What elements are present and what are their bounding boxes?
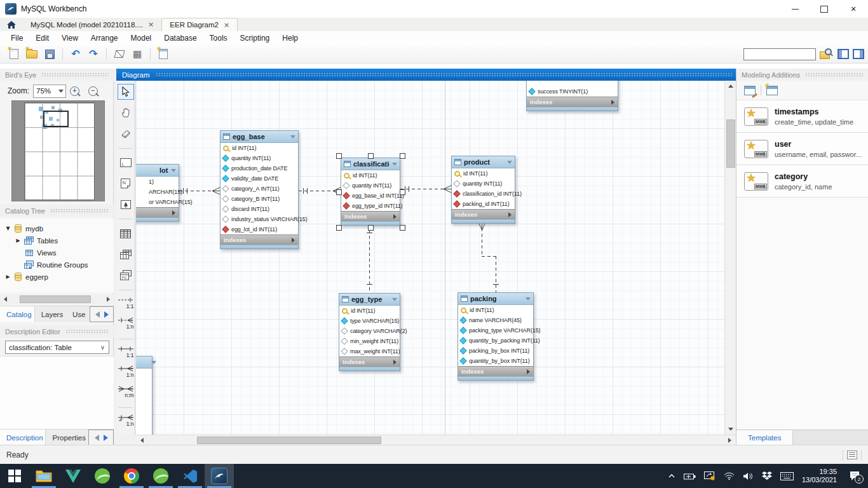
horizontal-scrollbar[interactable] xyxy=(136,435,736,445)
table-column[interactable]: packing_type VARCHAR(15) xyxy=(458,325,533,336)
close-button[interactable]: ✕ xyxy=(839,0,868,18)
tab-scroll-arrows[interactable] xyxy=(90,306,114,322)
menu-scripting[interactable]: Scripting xyxy=(234,32,276,44)
search-input[interactable] xyxy=(743,48,816,60)
template-item-timestamps[interactable]: ★MWBtimestampscreate_time, update_time xyxy=(736,100,868,133)
close-tab-icon[interactable]: × xyxy=(224,21,229,29)
diagram-table-packing[interactable]: packingid INT(11)name VARCHAR(45)packing… xyxy=(458,292,534,381)
toggle-right-panel-icon[interactable] xyxy=(853,49,864,59)
indexes-section[interactable]: Indexes xyxy=(527,97,618,107)
table-column[interactable] xyxy=(527,81,618,86)
notification-center-icon[interactable]: 2 xyxy=(849,471,860,481)
table-column[interactable]: industry_status VARCHAR(15) xyxy=(220,214,298,224)
new-diagram-icon[interactable]: ✶ xyxy=(156,48,171,60)
tree-item-views[interactable]: Views xyxy=(0,247,114,259)
grid-icon[interactable]: ▦ xyxy=(130,48,145,60)
new-model-icon[interactable]: ✶ xyxy=(6,48,22,60)
expand-indexes-icon[interactable] xyxy=(292,238,295,243)
menu-database[interactable]: Database xyxy=(158,32,202,44)
menu-arrange[interactable]: Arrange xyxy=(85,32,124,44)
layer-tool[interactable]: L xyxy=(118,155,134,171)
search-folder-icon[interactable] xyxy=(820,48,834,60)
table-header[interactable]: packing xyxy=(458,293,533,305)
tab-layers[interactable]: Layers xyxy=(35,306,66,322)
rel-nm-tool[interactable]: n:m xyxy=(117,386,135,402)
scroll-left-icon[interactable] xyxy=(95,311,100,318)
table-column[interactable]: id INT(11) xyxy=(341,170,400,180)
rel-11-dashed-tool[interactable]: 1:1 xyxy=(117,297,135,313)
table-column[interactable]: name VARCHAR(45) xyxy=(458,315,533,325)
table-column[interactable]: egg_lot_id INT(11) xyxy=(220,224,298,234)
image-tool[interactable] xyxy=(118,196,134,212)
rel-1n-existing-tool[interactable]: 1:n xyxy=(117,414,135,430)
vue-app[interactable] xyxy=(58,464,88,488)
tab-properties[interactable]: Properties xyxy=(46,430,88,445)
indexes-section[interactable]: Indexes xyxy=(341,211,400,221)
select-tool[interactable] xyxy=(118,84,134,100)
table-header[interactable]: egg_type xyxy=(339,294,400,306)
selection-handle[interactable] xyxy=(336,225,342,231)
chevron-down-icon[interactable] xyxy=(151,361,156,364)
maximize-button[interactable] xyxy=(810,0,839,18)
diagram-canvas[interactable]: lot1)ARCHAR(15)or VARCHAR(15)Indexesegg_… xyxy=(136,81,724,435)
scroll-right-icon[interactable] xyxy=(104,311,109,318)
chevron-down-icon[interactable] xyxy=(526,297,531,301)
table-column[interactable]: min_weight INT(11) xyxy=(339,336,400,346)
menu-tools[interactable]: Tools xyxy=(204,32,233,44)
table-column[interactable]: packing_by_box INT(11) xyxy=(458,346,533,356)
table-header[interactable]: product xyxy=(452,156,515,168)
status-list-icon[interactable] xyxy=(847,451,857,459)
battery-icon[interactable] xyxy=(684,473,696,480)
indexes-section[interactable]: Indexes xyxy=(339,356,400,367)
table-column[interactable]: validity_date DATE xyxy=(220,173,298,184)
table-column[interactable]: quantity INT(11) xyxy=(452,179,515,189)
table-column[interactable]: quantity_by_packing INT(11) xyxy=(458,336,533,346)
table-column[interactable]: ARCHAR(15) xyxy=(136,187,179,197)
toggle-left-panel-icon[interactable] xyxy=(837,49,849,59)
menu-view[interactable]: View xyxy=(56,32,84,44)
expand-indexes-icon[interactable] xyxy=(611,100,614,105)
no-grid-icon[interactable] xyxy=(112,48,127,60)
diagram-table-classification[interactable]: classificationid INT(11)quantity INT(11)… xyxy=(341,158,400,226)
diagram-table-egg_type[interactable]: egg_typeid INT(11)type VARCHAR(15)catego… xyxy=(339,293,400,371)
diagram-table-egg_base[interactable]: egg_baseid INT(11)quantity INT(11)produc… xyxy=(220,130,299,249)
doc-tab-1[interactable]: EER Diagram2× xyxy=(161,18,238,31)
catalog-scrollbar[interactable] xyxy=(0,294,114,304)
relationship-line-product-packing[interactable] xyxy=(496,256,496,292)
taskbar-clock[interactable]: 19:35 13/03/2021 xyxy=(802,468,837,484)
table-column[interactable]: packing_id INT(11) xyxy=(452,199,515,209)
diagram-table-product[interactable]: productid INT(11)quantity INT(11)classif… xyxy=(451,156,515,224)
volume-icon[interactable] xyxy=(743,472,754,480)
table-column[interactable]: quantity INT(11) xyxy=(220,153,298,163)
diagram-table-egg_lot[interactable]: lot1)ARCHAR(15)or VARCHAR(15)Indexes xyxy=(136,164,179,222)
tree-item-routine-groups[interactable]: Routine Groups xyxy=(0,259,114,271)
tree-expand-icon[interactable]: ▶ xyxy=(5,274,11,280)
chevron-down-icon[interactable] xyxy=(392,298,397,301)
table-column[interactable]: or VARCHAR(15) xyxy=(136,197,179,207)
table-column[interactable]: category_B INT(11) xyxy=(220,194,298,204)
table-column[interactable]: id INT(11) xyxy=(458,305,533,315)
save-model-icon[interactable] xyxy=(42,48,57,60)
spring-app-1[interactable] xyxy=(88,464,117,488)
table-column[interactable]: id INT(11) xyxy=(339,306,400,316)
table-tool[interactable] xyxy=(118,226,134,241)
indexes-section[interactable]: Indexes xyxy=(220,234,298,245)
selection-handle[interactable] xyxy=(400,153,405,159)
table-column[interactable]: 1) xyxy=(136,177,179,187)
vscode[interactable] xyxy=(175,464,205,488)
tab-description[interactable]: Description xyxy=(0,430,46,445)
table-header[interactable]: lot xyxy=(136,165,179,177)
keyboard-icon[interactable] xyxy=(780,472,794,480)
zoom-select[interactable]: 75% xyxy=(33,85,66,98)
chevron-down-icon[interactable] xyxy=(290,135,295,139)
vertical-scrollbar[interactable] xyxy=(724,81,736,435)
spring-app-2[interactable] xyxy=(146,464,175,488)
table-column[interactable]: discard INT(11) xyxy=(220,204,298,214)
chevron-down-icon[interactable] xyxy=(507,161,512,164)
indexes-section[interactable]: Indexes xyxy=(458,366,533,376)
diagram-table-top_table[interactable]: success TINYINT(1)Indexes xyxy=(526,81,618,111)
template-item-category[interactable]: ★MWBcategorycategory_id, name xyxy=(736,165,868,198)
diagram-table-bottom_left_table[interactable]: g xyxy=(136,356,153,435)
expand-indexes-icon[interactable] xyxy=(508,212,512,217)
table-column[interactable]: id INT(11) xyxy=(220,143,298,153)
